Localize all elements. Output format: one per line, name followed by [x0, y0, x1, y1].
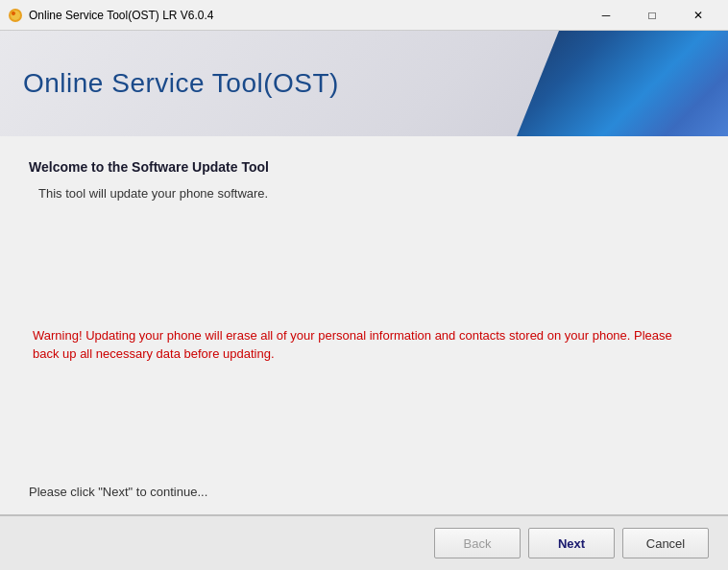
- back-button[interactable]: Back: [434, 528, 521, 558]
- minimize-button[interactable]: ─: [584, 2, 628, 29]
- header-title: Online Service Tool(OST): [23, 68, 705, 99]
- button-bar: Back Next Cancel: [0, 515, 728, 570]
- header-banner: Online Service Tool(OST): [0, 31, 728, 136]
- warning-text: Warning! Updating your phone will erase …: [29, 326, 699, 364]
- window-controls: ─ □ ✕: [584, 2, 720, 29]
- svg-point-1: [11, 11, 20, 20]
- app-icon: [8, 8, 23, 23]
- cancel-button[interactable]: Cancel: [622, 528, 709, 558]
- close-button[interactable]: ✕: [676, 2, 720, 29]
- welcome-title: Welcome to the Software Update Tool: [29, 159, 699, 175]
- instruction-text: Please click "Next" to continue...: [29, 485, 699, 499]
- title-bar-text: Online Service Tool(OST) LR V6.0.4: [29, 9, 584, 22]
- title-bar: Online Service Tool(OST) LR V6.0.4 ─ □ ✕: [0, 0, 728, 31]
- window-content: Online Service Tool(OST) Welcome to the …: [0, 31, 728, 570]
- restore-button[interactable]: □: [630, 2, 674, 29]
- next-button[interactable]: Next: [528, 528, 615, 558]
- body-content: Welcome to the Software Update Tool This…: [0, 136, 728, 514]
- welcome-description: This tool will update your phone softwar…: [29, 186, 699, 201]
